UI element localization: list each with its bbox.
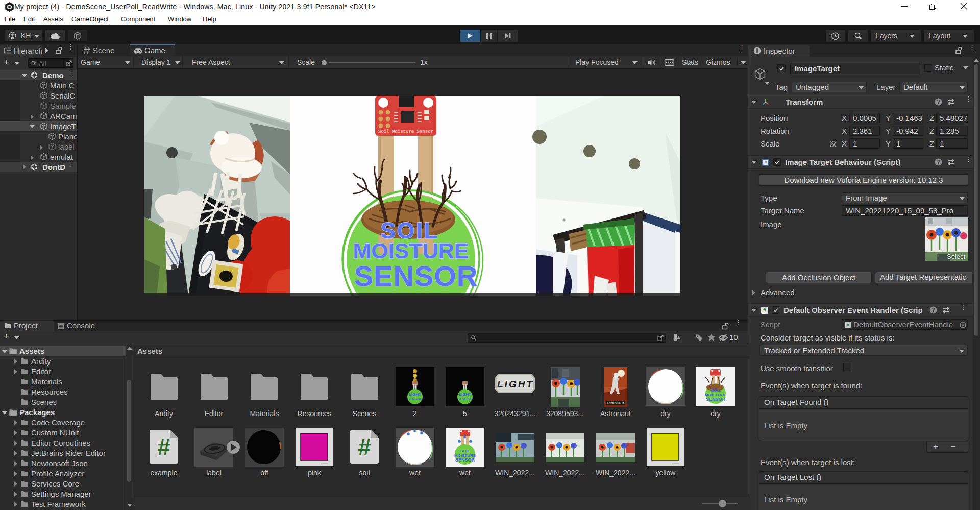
svg-text:SOIL: SOIL [711,388,721,393]
svg-text:SENSOR: SENSOR [407,397,423,401]
svg-text:LIGHT: LIGHT [459,392,471,397]
svg-text:preview: preview [321,462,328,465]
svg-text:preview: preview [672,462,679,465]
svg-text:ASTRONAUT: ASTRONAUT [607,402,625,405]
svg-text:?: ? [937,99,940,105]
svg-text:Soil Moisture Sensor: Soil Moisture Sensor [378,129,433,134]
svg-text:#: # [358,434,371,460]
svg-text:SENSOR: SENSOR [706,397,726,402]
svg-text:?: ? [932,307,935,313]
svg-text:SENSOR: SENSOR [354,260,478,292]
svg-text:#: # [763,307,766,313]
svg-text:#: # [764,160,767,165]
svg-text:SOIL: SOIL [460,449,470,453]
svg-text:MOISTURE: MOISTURE [353,238,469,263]
svg-text:SENSOR: SENSOR [455,457,475,463]
svg-text:LIGHT: LIGHT [409,392,421,397]
svg-text:LIGHT: LIGHT [497,379,534,390]
svg-text:SENSOR: SENSOR [457,397,473,401]
svg-text:#: # [846,322,849,328]
svg-text:?: ? [937,159,940,165]
svg-text:#: # [157,434,170,460]
